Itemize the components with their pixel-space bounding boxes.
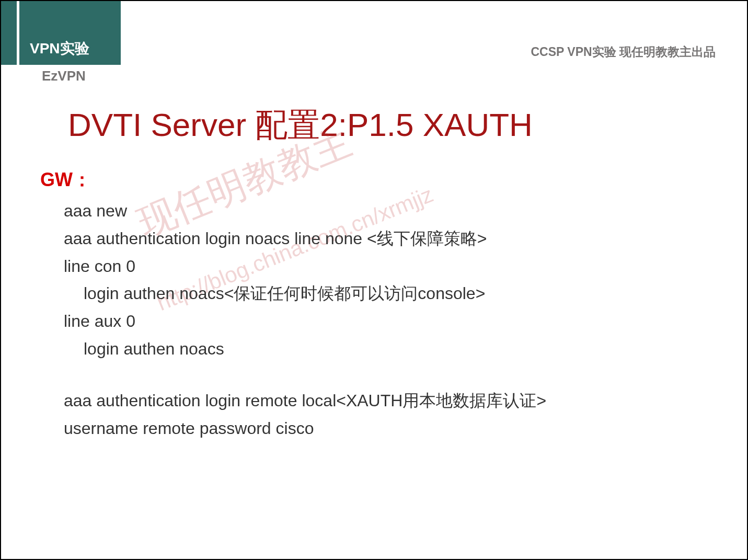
header-bar: VPN实验 (1, 1, 121, 65)
code-line: aaa new (64, 197, 546, 225)
header-title: VPN实验 (30, 39, 89, 59)
gw-label: GW： (40, 167, 91, 193)
code-gap (64, 363, 546, 387)
code-line: username remote password cisco (64, 415, 546, 442)
header-accent (1, 1, 17, 65)
code-line: login authen noacs (64, 335, 546, 363)
code-line: line con 0 (64, 253, 546, 280)
code-block: aaa new aaa authentication login noacs l… (64, 197, 546, 442)
page-title: DVTI Server 配置2:P1.5 XAUTH (68, 103, 533, 147)
code-line: aaa authentication login remote local<XA… (64, 387, 546, 415)
header-main: VPN实验 (19, 1, 121, 65)
code-line: line aux 0 (64, 307, 546, 335)
header-subtitle: EzVPN (42, 68, 86, 84)
top-right-text: CCSP VPN实验 现任明教教主出品 (531, 44, 716, 60)
code-line: login authen noacs<保证任何时候都可以访问console> (64, 280, 546, 307)
code-line: aaa authentication login noacs line none… (64, 225, 546, 253)
